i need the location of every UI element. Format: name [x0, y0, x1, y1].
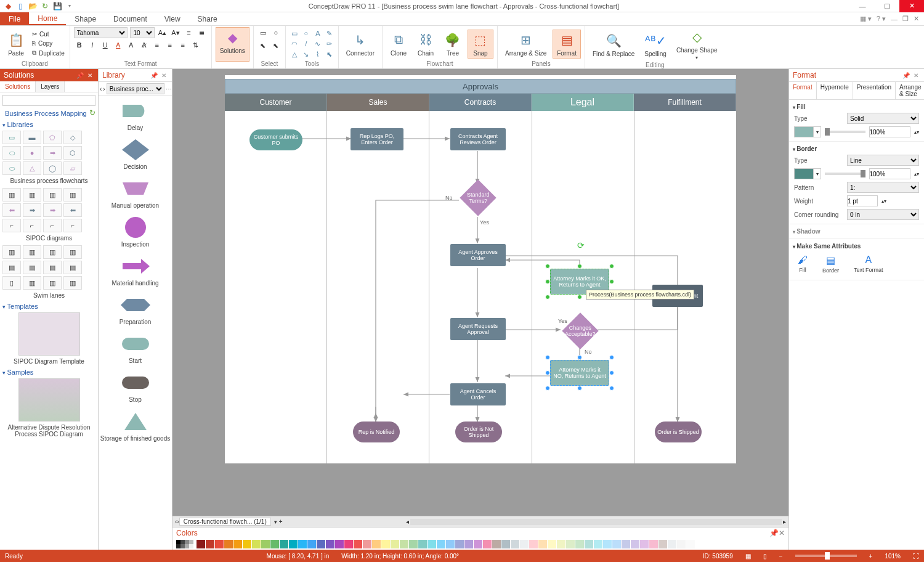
line-spacing-icon[interactable]: ⇅ — [190, 39, 201, 51]
align-center-icon[interactable]: ≡ — [164, 39, 176, 51]
format-panel-button[interactable]: ▤Format — [553, 30, 581, 59]
zoom-in-icon[interactable]: + — [869, 553, 873, 560]
lib-thumbs-3[interactable]: ▥▥▥▥ ▤▤▤▤ ▯▥▥▥ — [2, 245, 95, 290]
lane-h-sales[interactable]: Sales — [327, 94, 429, 111]
minimize-button[interactable]: — — [850, 0, 875, 12]
select-icon[interactable]: ⬉ — [257, 40, 269, 51]
zoom-out-icon[interactable]: − — [779, 553, 783, 560]
refresh-icon[interactable]: ↻ — [41, 2, 49, 10]
lib-menu-icon[interactable]: ⋯ — [166, 86, 172, 92]
color-swatches[interactable] — [172, 539, 788, 550]
close-panel-icon[interactable]: ✕ — [86, 72, 94, 79]
format-close-icon[interactable]: ✕ — [912, 72, 920, 79]
tab-home[interactable]: Home — [29, 12, 66, 25]
node-contracts-review[interactable]: Contracts Agent Reviews Order — [450, 128, 506, 150]
templates-section[interactable]: Templates — [2, 303, 95, 310]
sheet-dropdown-icon[interactable]: ▾ — [272, 519, 279, 525]
clear-fmt-icon[interactable]: A̷ — [139, 39, 150, 51]
samples-section[interactable]: Samples — [2, 369, 95, 376]
align-left-icon[interactable]: ≡ — [152, 39, 163, 51]
solutions-search[interactable] — [2, 95, 95, 106]
tree-button[interactable]: 🌳Tree — [440, 30, 465, 58]
hscroll-left-icon[interactable]: ◂ — [406, 518, 409, 525]
help-icon[interactable]: ? ▾ — [877, 15, 886, 23]
node-rep-logs[interactable]: Rep Logs PO, Enters Order — [351, 128, 403, 150]
tab-view[interactable]: View — [156, 12, 189, 25]
shape-tools[interactable]: ▭○A✎ ◠/∿✑ △↘⌇⬉ — [290, 29, 334, 59]
align-top-icon[interactable]: ≡ — [184, 27, 195, 38]
lane-h-contracts[interactable]: Contracts — [429, 94, 532, 111]
lane-h-customer[interactable]: Customer — [225, 94, 327, 111]
change-shape-button[interactable]: ◇Change Shape▾ — [673, 27, 721, 62]
arrange-size-button[interactable]: ⊞Arrange & Size — [501, 30, 550, 58]
font-color-icon[interactable]: A — [113, 39, 124, 51]
lib-item-material[interactable]: Material handling — [99, 251, 172, 290]
lane-h-fulfill[interactable]: Fulfillment — [634, 94, 736, 111]
lib-next-icon[interactable]: › — [103, 86, 105, 92]
same-border-button[interactable]: ▤Border — [822, 255, 839, 274]
node-shipped[interactable]: Order is Shipped — [655, 422, 702, 442]
colors-close-icon[interactable]: ✕ — [779, 529, 785, 537]
lib-item-storage[interactable]: Storage of finished goods — [99, 407, 172, 446]
sheet-tab-1[interactable]: Cross-functional flowch... (1/1) — [179, 518, 271, 526]
file-tab[interactable]: File — [0, 12, 29, 25]
pointer-icon[interactable]: ▭ — [257, 27, 269, 38]
duplicate-button[interactable]: ⧉ Duplicate — [31, 49, 66, 57]
clone-button[interactable]: ⧉Clone — [386, 30, 411, 58]
zoom-value[interactable]: 101% — [885, 553, 901, 560]
library-set-select[interactable]: Business proc... — [107, 83, 164, 94]
zoom-fit-icon[interactable]: ⛶ — [913, 553, 919, 560]
hscroll-right-icon[interactable]: ▸ — [783, 518, 786, 525]
node-agent-approves[interactable]: Agent Approves Order — [450, 244, 506, 266]
lib-item-start[interactable]: Start — [99, 329, 172, 368]
open-icon[interactable]: 📂 — [28, 2, 37, 10]
lasso-icon[interactable]: ○ — [270, 27, 282, 38]
lib-item-decision[interactable]: Decision — [99, 135, 172, 174]
border-weight-input[interactable] — [847, 195, 878, 206]
fmt-tab-hypernote[interactable]: Hypernote — [817, 82, 853, 99]
sample-thumb[interactable] — [18, 378, 80, 422]
node-agent-requests[interactable]: Agent Requests Approval — [450, 318, 506, 340]
new-doc-icon[interactable]: ▯ — [16, 2, 25, 10]
canvas-viewport[interactable]: Approvals Customer Sales Contracts Legal… — [172, 69, 788, 516]
zoom-slider[interactable] — [795, 555, 857, 557]
maximize-button[interactable]: ▢ — [875, 0, 899, 12]
status-layout-icon[interactable]: ▦ — [745, 553, 751, 560]
spelling-button[interactable]: ᴬᴮ✓Spelling — [641, 31, 670, 59]
fill-opacity-slider[interactable] — [825, 131, 865, 133]
bold-icon[interactable]: B — [74, 39, 85, 51]
hscrollbar[interactable] — [410, 519, 782, 525]
child-close-icon[interactable]: ✕ — [914, 15, 919, 23]
node-attorney-no[interactable]: Attorney Marks it NO, Returns to Agent — [550, 360, 609, 386]
node-customer-submits[interactable]: Customer submits PO — [249, 129, 302, 150]
fill-color-chip[interactable]: ▾ — [794, 126, 821, 137]
font-size-select[interactable]: 10 — [130, 27, 154, 38]
sheet-add-icon[interactable]: + — [279, 518, 283, 525]
border-pattern-select[interactable]: 1: — [847, 182, 919, 193]
template-thumb[interactable] — [18, 312, 80, 356]
node-agent-cancels[interactable]: Agent Cancels Order — [450, 383, 506, 405]
close-button[interactable]: ✕ — [899, 0, 924, 12]
copy-button[interactable]: ⎘ Copy — [31, 39, 66, 47]
paste-button[interactable]: 📋Paste — [4, 30, 28, 58]
fill-type-select[interactable]: Solid — [847, 113, 919, 124]
corner-rounding-select[interactable]: 0 in — [847, 209, 919, 220]
save-icon[interactable]: 💾 — [53, 2, 62, 10]
colors-pin-icon[interactable]: 📌 — [769, 529, 779, 537]
lane-h-legal[interactable]: Legal — [532, 94, 634, 111]
child-restore-icon[interactable]: ❐ — [902, 15, 909, 23]
lib-item-delay[interactable]: Delay — [99, 96, 172, 135]
italic-icon[interactable]: I — [87, 39, 98, 51]
status-page-icon[interactable]: ▯ — [763, 553, 767, 560]
tab-document[interactable]: Document — [105, 12, 156, 25]
lib-thumbs-2[interactable]: ▥▥▥▥ ⬅➡➡⬅ ⌐⌐⌐⌐ — [2, 188, 95, 232]
node-rep-notified[interactable]: Rep is Notified — [353, 422, 400, 442]
libraries-section[interactable]: Libraries — [2, 121, 95, 128]
lib-item-inspection[interactable]: Inspection — [99, 213, 172, 251]
solution-root[interactable]: Business Process Mapping — [2, 108, 95, 118]
bullets-icon[interactable]: ≣ — [197, 27, 208, 38]
shrink-font-icon[interactable]: A▾ — [170, 27, 181, 38]
grid-icon[interactable]: ▦ ▾ — [860, 15, 872, 23]
highlight-icon[interactable]: A — [126, 39, 137, 51]
pin-icon[interactable]: 📌 — [75, 72, 86, 79]
